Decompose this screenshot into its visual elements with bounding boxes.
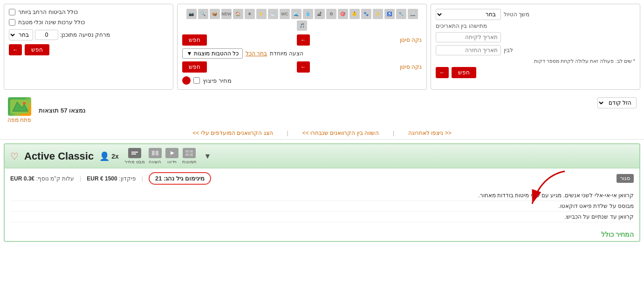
deposit-value: פיקדון: 1500 € EUR bbox=[87, 175, 136, 182]
compare-icon bbox=[149, 148, 162, 158]
result-detail-row: סגור מינימום גיל נהג: 21 | פיקדון: 1500 … bbox=[5, 168, 639, 188]
insurance-checkbox[interactable] bbox=[9, 9, 15, 15]
left-filter-panel: משך הטיול בחר מתישהו בין התאריכים לבין *… bbox=[431, 4, 640, 90]
content-line-1: קרוואן אי-אי-אלי לשני אנשים. מגיע עם שתי… bbox=[10, 192, 634, 201]
sort-row: הזל קודם bbox=[597, 97, 637, 108]
amenity-icon-9[interactable]: 🏕 bbox=[315, 9, 325, 19]
svg-rect-5 bbox=[185, 150, 189, 153]
amenity-icon-13[interactable]: 🛁 bbox=[268, 9, 278, 19]
compare-label: השווה bbox=[149, 159, 161, 164]
amenity-icon-12[interactable]: WC bbox=[280, 9, 290, 19]
middle-filter-panel: 🚐 🔧 ♿ ⚡ 🐾 👶 🎯 ⚙ 🏕 💧 🌊 WC 🛁 ⚡ ❄ 🏠 NEW 📦 🔍… bbox=[177, 4, 427, 90]
amenity-icon-2[interactable]: 🔧 bbox=[396, 9, 406, 19]
back-button-mid2[interactable]: ← bbox=[297, 61, 310, 73]
amenity-icon-11[interactable]: 🌊 bbox=[291, 9, 301, 19]
amenity-icon-7[interactable]: 🎯 bbox=[338, 9, 348, 19]
svg-rect-13 bbox=[156, 151, 158, 155]
date-to-input[interactable] bbox=[436, 45, 501, 55]
select-all-link[interactable]: בחר הכל bbox=[246, 50, 267, 57]
price-view-label: מבט מחיר bbox=[124, 159, 145, 164]
price-view-btn[interactable]: מבט מחיר bbox=[124, 148, 145, 164]
svg-rect-16 bbox=[131, 154, 136, 154]
close-button[interactable]: סגור bbox=[617, 174, 634, 183]
route-select[interactable]: בחר bbox=[436, 9, 501, 20]
video-icon bbox=[165, 148, 178, 158]
amenity-icon-4[interactable]: ⚡ bbox=[373, 9, 383, 19]
results-count: נמצאו 57 תוצאות bbox=[39, 107, 85, 114]
video-label: וידאו bbox=[167, 159, 177, 164]
map-sort-section: הזל קודם נמצאו 57 תוצאות פתח מפה bbox=[0, 94, 644, 127]
extra-km-separator: | bbox=[80, 175, 81, 182]
detail-info: מינימום גיל נהג: 21 | פיקדון: 1500 € EUR… bbox=[10, 172, 211, 185]
search-button-right[interactable]: חפש bbox=[25, 44, 49, 55]
clear-filter-link-2[interactable]: נקה סינון bbox=[400, 64, 422, 70]
search-button-mid[interactable]: חפש bbox=[182, 34, 207, 46]
min-age-badge: מינימום גיל נהג: 21 bbox=[149, 172, 211, 185]
distance-unit-select[interactable]: בחר bbox=[9, 29, 33, 40]
result-wrapper: 1 ▼ תמונות bbox=[0, 143, 644, 242]
back-button-left[interactable]: ← bbox=[436, 67, 449, 78]
photos-view-btn[interactable]: תמונות bbox=[182, 148, 197, 164]
persons-count: 2x bbox=[111, 153, 119, 160]
amenities-dropdown[interactable]: כל ההטבות מוצגות ▼ bbox=[182, 48, 243, 59]
svg-rect-7 bbox=[185, 154, 189, 156]
amenity-icon-10[interactable]: 💧 bbox=[303, 9, 313, 19]
to-label: לבין bbox=[504, 47, 513, 54]
amenity-icon-3[interactable]: ♿ bbox=[384, 9, 395, 19]
price-icon bbox=[182, 76, 191, 85]
amenity-icon-16[interactable]: 🏠 bbox=[233, 9, 243, 19]
amenity-icon-18[interactable]: 📦 bbox=[210, 9, 220, 19]
deposit-separator: | bbox=[142, 175, 143, 182]
map-icon-area[interactable]: פתח מפה bbox=[7, 97, 31, 123]
view-icons: תמונות וידאו bbox=[124, 148, 197, 164]
extra-km-info: עלות ק"מ נוסף: 0.3€ EUR bbox=[10, 175, 74, 182]
svg-rect-14 bbox=[130, 150, 139, 156]
separator-2: | bbox=[287, 130, 288, 136]
separator-1: | bbox=[393, 130, 394, 136]
search-button-mid2[interactable]: חפש bbox=[182, 61, 207, 73]
price-view-icon bbox=[128, 148, 141, 158]
amenity-icon-8[interactable]: ⚙ bbox=[326, 9, 336, 19]
photos-icon bbox=[183, 148, 196, 158]
svg-point-2 bbox=[23, 102, 26, 105]
amenity-icon-21[interactable]: 🎵 bbox=[297, 20, 307, 31]
search-button-left[interactable]: חפש bbox=[452, 67, 476, 78]
clear-filter-link-1[interactable]: נקה סינון bbox=[400, 37, 422, 43]
map-image bbox=[8, 97, 31, 116]
expand-button[interactable]: ▼ bbox=[202, 150, 213, 162]
map-label[interactable]: פתח מפה bbox=[7, 117, 31, 123]
navigation-links: << ניצפו לאחרונה | השווה בין הקרוואנים ש… bbox=[0, 127, 644, 140]
right-filter-panel: כולל הביטוח הרחב ביותר כולל ערכות שינה ו… bbox=[4, 4, 173, 90]
distance-input[interactable] bbox=[35, 30, 58, 40]
back-button-right[interactable]: ← bbox=[9, 44, 22, 55]
kitchen-checkbox[interactable] bbox=[9, 19, 15, 26]
nav-link-3[interactable]: הצג הקרוואנים המועדפים עלי >> bbox=[192, 130, 273, 136]
video-view-btn[interactable]: וידאו bbox=[165, 148, 178, 164]
amenity-icon-17[interactable]: NEW bbox=[221, 9, 232, 19]
nav-link-2[interactable]: השווה בין הקרוואנים שנבחרו >> bbox=[302, 130, 379, 136]
date-from-input[interactable] bbox=[436, 32, 501, 42]
compare-view-btn[interactable]: השווה bbox=[149, 148, 162, 164]
result-row-1: 1 ▼ תמונות bbox=[4, 143, 640, 242]
result-title: Active Classic bbox=[24, 150, 94, 162]
note-text: * שים לב: פעולה זאת עלולה לקחת מספר דקות bbox=[436, 58, 635, 64]
amenity-icon-5[interactable]: 🐾 bbox=[361, 9, 371, 19]
price-checkbox[interactable] bbox=[193, 77, 200, 84]
amenity-icon-14[interactable]: ⚡ bbox=[256, 9, 267, 19]
amenity-icon-6[interactable]: 👶 bbox=[349, 9, 360, 19]
amenity-icons: 🚐 🔧 ♿ ⚡ 🐾 👶 🎯 ⚙ 🏕 💧 🌊 WC 🛁 ⚡ ❄ 🏠 NEW 📦 🔍… bbox=[182, 9, 422, 31]
kitchen-label: כולל ערכות שינה וכלי מטבח bbox=[18, 19, 85, 26]
amenity-icon-15[interactable]: ❄ bbox=[245, 9, 255, 19]
svg-rect-8 bbox=[190, 154, 193, 156]
person-icon: 👤 bbox=[99, 151, 110, 161]
back-button-mid[interactable]: ← bbox=[297, 34, 310, 46]
amenity-icon-20[interactable]: 📷 bbox=[186, 9, 197, 19]
amenity-icon-1[interactable]: 🚐 bbox=[408, 9, 418, 19]
svg-rect-15 bbox=[131, 152, 138, 153]
heart-icon[interactable]: ♡ bbox=[10, 151, 19, 162]
dates-label: מתישהו בין התאריכים bbox=[436, 23, 487, 29]
price-label: מחיר פיצוץ bbox=[203, 77, 232, 84]
nav-link-1[interactable]: << ניצפו לאחרונה bbox=[408, 130, 452, 136]
sort-select[interactable]: הזל קודם bbox=[597, 97, 637, 108]
amenity-icon-19[interactable]: 🔍 bbox=[198, 9, 208, 19]
